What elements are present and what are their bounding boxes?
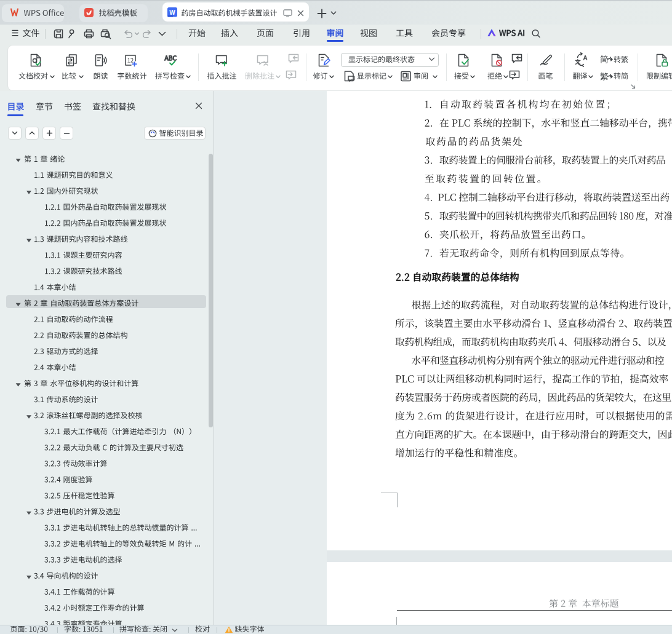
svg-text:W: W bbox=[169, 9, 175, 16]
